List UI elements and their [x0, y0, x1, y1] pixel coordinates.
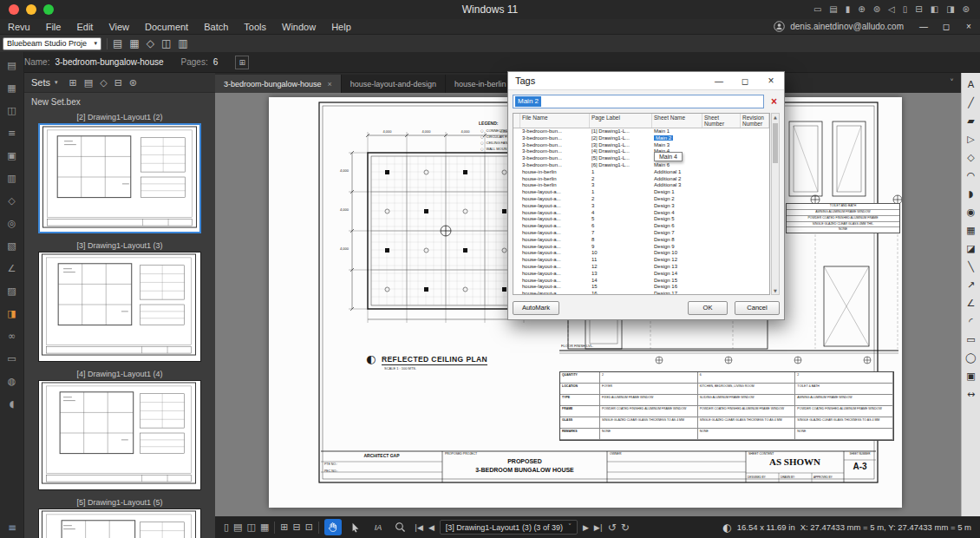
tag-row[interactable]: house-in-berlin3Additional 3 [513, 182, 769, 189]
tag-row[interactable]: house-layout-a...3Design 3 [513, 203, 769, 210]
manage-profiles-icon[interactable]: ▤ [113, 35, 122, 52]
tag-row[interactable]: house-in-berlin1Additional 1 [513, 169, 769, 176]
layers-icon[interactable]: ≡ [4, 127, 20, 141]
tag-row[interactable]: 3-bedroom-bun...[2] Drawing1-L...Main 2 [513, 135, 769, 142]
columns-icon[interactable]: ▥ [178, 35, 187, 52]
tag-row[interactable]: house-layout-a...4Design 4 [513, 210, 769, 217]
single-page-view-icon[interactable]: ▯ [224, 522, 229, 533]
polyline-tool-icon[interactable]: ∠ [964, 297, 979, 311]
callout-tool-icon[interactable]: ◗ [964, 187, 979, 201]
share-icon[interactable]: ◨ [946, 0, 954, 19]
profile-select[interactable]: Bluebeam Studio Proje ▾ [3, 37, 101, 50]
tab-house-in-berlin[interactable]: house-in-berlin [446, 75, 516, 93]
thumbnails-icon[interactable]: ▦ [4, 82, 20, 95]
tab-close-icon[interactable]: × [328, 80, 332, 89]
first-page-button[interactable]: |◀ [415, 523, 423, 532]
tag-row[interactable]: house-layout-a...9Design 9 [513, 244, 769, 251]
column-revision-number[interactable]: Revision Number [741, 114, 769, 128]
full-screen-icon[interactable]: ⊡ [305, 522, 313, 533]
column-sheet-number[interactable]: Sheet Number [702, 114, 741, 128]
fit-page-icon[interactable]: ⊞ [280, 522, 288, 533]
macos-zoom-button[interactable] [43, 4, 54, 15]
cloud-tool-icon[interactable]: ◠ [964, 169, 979, 183]
expand-set-icon[interactable]: ⊞ [235, 56, 249, 69]
menu-view[interactable]: View [101, 19, 137, 35]
bookmarks-icon[interactable]: ◫ [4, 104, 20, 118]
set-settings-icon[interactable]: ⊛ [129, 77, 137, 89]
previous-page-button[interactable]: ◀ [428, 523, 434, 532]
tag-row[interactable]: house-layout-a...15Design 16 [513, 284, 769, 291]
tag-row[interactable]: house-layout-a...16Design 17 [513, 291, 769, 294]
file-access-icon[interactable]: ▤ [4, 59, 20, 73]
close-window-button[interactable]: × [957, 19, 980, 35]
tag-row[interactable]: 3-bedroom-bun...[1] Drawing1-L...Main 1 [513, 128, 769, 135]
network-icon[interactable]: ⊜ [873, 0, 880, 19]
tag-row[interactable]: 3-bedroom-bun...[6] Drawing1-L...Main 6 [513, 162, 769, 169]
tag-row[interactable]: house-layout-a...2Design 2 [513, 196, 769, 203]
thumbnail-item[interactable]: [5] Drawing1-Layout1 (5) [24, 496, 215, 538]
column-sheet-name[interactable]: Sheet Name [652, 114, 702, 128]
panel-menu-icon[interactable]: ≡ [0, 522, 24, 534]
shapes-tool-icon[interactable]: ▷ [964, 133, 979, 147]
dialog-titlebar[interactable]: Tags — ◻ × [508, 72, 784, 90]
tag-row[interactable]: house-in-berlin2Additional 2 [513, 176, 769, 183]
rectangle-tool-icon[interactable]: ▭ [964, 333, 979, 347]
tag-row[interactable]: house-layout-a...14Design 15 [513, 278, 769, 285]
tag-row[interactable]: 3-bedroom-bun...[3] Drawing1-L...Main 3 [513, 142, 769, 149]
scroll-down-icon[interactable]: ▼ [772, 288, 779, 293]
chat-icon[interactable]: ◖ [4, 397, 20, 411]
restore-window-button[interactable]: ◻ [935, 19, 957, 35]
stamp-tool-icon[interactable]: ◉ [964, 206, 979, 220]
snapshot-tool-icon[interactable]: ▣ [964, 370, 979, 384]
account-info[interactable]: denis.ainetdinov@alludo.com [774, 21, 904, 32]
menu-edit[interactable]: Edit [69, 19, 101, 35]
image-tool-icon[interactable]: ▦ [964, 224, 979, 238]
zoom-tool-button[interactable] [392, 519, 409, 535]
column-file-name[interactable]: File Name [520, 114, 590, 128]
properties-icon[interactable]: ▣ [4, 149, 20, 163]
next-page-button[interactable]: ▶ [583, 523, 589, 532]
sets-panel-icon[interactable]: ◨ [4, 307, 20, 321]
tab-overflow-icon[interactable]: ˅ [950, 78, 954, 88]
page-selector[interactable]: [3] Drawing1-Layout1 (3) (3 of 39) ˅ [440, 520, 578, 535]
display-icon[interactable]: ▤ [829, 0, 837, 19]
volume-icon[interactable]: ◁ [888, 0, 895, 19]
markups-list-icon[interactable]: ▥ [4, 172, 20, 186]
tag-row[interactable]: house-layout-a...6Design 6 [513, 223, 769, 230]
open-set-icon[interactable]: ▤ [84, 77, 93, 89]
continuous-view-icon[interactable]: ▤ [233, 522, 242, 533]
measurements-icon[interactable]: ∠ [4, 262, 20, 276]
spaces-icon[interactable]: ▨ [4, 285, 20, 299]
last-page-button[interactable]: ▶| [594, 523, 603, 532]
tag-row[interactable]: house-layout-a...12Design 13 [513, 264, 769, 271]
clear-search-button[interactable]: × [768, 95, 780, 108]
menu-revu[interactable]: Revu [0, 19, 38, 35]
rotate-ccw-icon[interactable]: ↺ [608, 522, 617, 534]
tab-house-layout-and-design[interactable]: house-layout-and-design [342, 75, 446, 93]
tab-3-bedroom-bungalow-house[interactable]: 3-bedroom-bungalow-house× [215, 75, 342, 93]
mic-icon[interactable]: ▯ [903, 0, 908, 19]
menu-window[interactable]: Window [274, 19, 323, 35]
tag-row[interactable]: house-layout-a...10Design 10 [513, 250, 769, 257]
tag-set-icon[interactable]: ◇ [100, 77, 107, 89]
thumbnail-item[interactable]: [2] Drawing1-Layout1 (2) [24, 111, 215, 233]
arrow-tool-icon[interactable]: ↗ [964, 279, 979, 292]
menu-batch[interactable]: Batch [196, 19, 236, 35]
rotate-cw-icon[interactable]: ↻ [621, 522, 630, 534]
tags-panel-icon[interactable]: ◇ [4, 194, 20, 208]
search-panel-icon[interactable]: ◎ [4, 217, 20, 231]
scroll-up-icon[interactable]: ▲ [772, 115, 779, 120]
thumbnail-item[interactable]: [3] Drawing1-Layout1 (3) [24, 239, 215, 362]
thumbnail-preview[interactable] [38, 252, 201, 362]
tag-row[interactable]: house-layout-a...11Design 12 [513, 257, 769, 264]
line-tool-icon[interactable]: ╲ [964, 260, 979, 274]
dialog-minimize-button[interactable]: — [706, 72, 732, 90]
minimize-window-button[interactable]: — [912, 19, 935, 35]
tag-row[interactable]: house-layout-a...8Design 8 [513, 237, 769, 244]
dialog-maximize-button[interactable]: ◻ [732, 72, 758, 90]
ellipse-tool-icon[interactable]: ◯ [964, 351, 979, 365]
arc-tool-icon[interactable]: ◜ [964, 315, 979, 329]
table-scrollbar[interactable]: ▲ ▼ [771, 113, 780, 295]
dialog-close-button[interactable]: × [758, 72, 784, 90]
tag-row[interactable]: 3-bedroom-bun...[5] Drawing1-L...Main 5 [513, 155, 769, 162]
